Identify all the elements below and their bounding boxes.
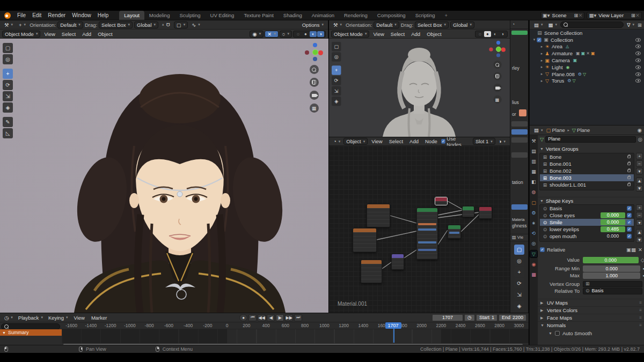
tab-particles[interactable]: ∗ [530,220,537,227]
tool-select-box[interactable]: ▢ [514,245,524,255]
remove-view-layer-icon[interactable]: ✕ [635,12,640,18]
tab-object[interactable]: ▢ [530,199,537,206]
field-fragment[interactable] [511,121,528,127]
options-dropdown[interactable]: Options [300,21,326,28]
jump-to-start-button[interactable]: ⏮ [248,314,257,321]
snap-target-dropdown[interactable]: ▢ [174,21,188,28]
camera-view-icon[interactable] [493,84,501,92]
add-menu[interactable]: Add [79,31,94,37]
lock-icon[interactable] [627,176,631,179]
expand-arrow-icon[interactable]: ▸ [539,65,544,69]
move-down-button[interactable]: ▼ [636,185,643,191]
ortho-grid-icon[interactable]: ▦ [310,104,319,113]
mode-dropdown[interactable]: Object Mode [331,31,369,38]
auto-keying-record-button[interactable]: ● [239,314,247,321]
material-preview-icon[interactable]: ◑ [496,138,508,145]
shape-key-row[interactable]: ⊙open mouth0.000✓ [540,233,634,240]
tool-transform[interactable]: ◈ [3,102,13,113]
shader-node[interactable] [479,206,492,219]
pan-hand-icon[interactable] [493,72,501,80]
tool-rotate[interactable]: ⟳ [514,278,524,289]
expand-arrow-icon[interactable]: ▾ [532,38,537,42]
field-fragment[interactable] [511,152,528,158]
active-tool-icon[interactable]: ⚒ [2,21,15,28]
shader-node[interactable] [391,254,404,270]
shape-key-row[interactable]: ⊙Basis✓ [540,205,634,212]
expand-arrow-icon[interactable]: ▸ [539,72,544,76]
data-icon[interactable]: ▣ [581,51,586,56]
unlink-scene-icon[interactable]: ✕ [579,12,583,18]
collapsed-viewport-header[interactable]: ▨ Vie [510,234,529,241]
axis-z-positive[interactable] [496,41,500,45]
max-field[interactable]: 1.000 [583,272,640,279]
shape-key-row[interactable]: ⊙Close eyes0.000✓ [540,212,634,219]
tool-transform[interactable]: ◈ [514,301,524,311]
lock-icon[interactable] [627,183,631,186]
node-socket-row[interactable] [418,223,436,225]
tab-shading[interactable]: Shading [279,11,307,20]
auto-smooth-checkbox[interactable] [555,331,560,336]
shape-key-value-slider[interactable]: 0.000 [601,212,625,218]
end-frame-field[interactable]: End2200 [499,314,526,321]
previous-keyframe-button[interactable]: ◀◀ [258,314,266,321]
remove-vertex-group-button[interactable]: − [636,160,643,167]
outliner-row-collection[interactable]: ▾ ✓ ▣ Collection [530,36,644,43]
tab-constraints[interactable]: ◎ [530,240,537,247]
axis-z-negative[interactable] [313,57,317,61]
select-menu[interactable]: Select [386,138,406,144]
playhead-frame-label[interactable]: 1707 [385,322,401,329]
camera-data-icon[interactable]: ▣ [573,58,577,63]
xray-toggle[interactable]: ○ [280,31,292,38]
tool-scale[interactable]: ⇲ [3,91,13,101]
vertex-group-row[interactable]: ⊞Bone.002 [540,167,634,174]
normals-section[interactable]: ▼Normals≡ [538,321,644,329]
drag-grip-icon[interactable]: ≡ [639,315,642,320]
tab-sculpting[interactable]: Sculpting [174,11,205,20]
zoom-icon[interactable] [493,61,501,69]
tool-cursor[interactable]: ◎ [3,54,13,64]
shader-node[interactable] [367,204,390,227]
shading-material-button[interactable]: ◐ [310,31,317,37]
mesh-data-icon[interactable]: ▽ [572,78,575,83]
shading-solid-button[interactable]: ● [302,31,309,37]
tool-annotate[interactable]: ✎ [3,117,13,127]
outliner-row-area[interactable]: ▸ ☀ Area ◬ [530,43,644,50]
mute-checkbox[interactable]: ✓ [627,213,632,218]
shader-node[interactable] [353,228,377,252]
filter-funnel-icon[interactable]: ∇ [625,21,636,28]
next-keyframe-button[interactable]: ▶▶ [285,314,293,321]
tab-layout[interactable]: Layout [119,11,144,20]
shader-type-dropdown[interactable]: Object [343,138,368,145]
outliner-row-torus[interactable]: ▸ ▽ Torus ⚙ ▽ [530,78,644,85]
viewport-canvas[interactable]: ▢ ◎ + ⟳ ⇲ ◈ ✎ ◺ [0,39,328,313]
clear-shape-keys-icon[interactable]: ✕ [638,247,642,253]
modifier-wrench-icon[interactable]: ⚙ [578,72,582,77]
vertex-colors-section[interactable]: ▶Vertex Colors≡ [538,306,644,314]
tool-scale[interactable]: ⇲ [332,86,341,95]
shape-key-specials-menu[interactable]: ▾ [636,219,643,226]
add-vertex-group-button[interactable]: + [636,153,643,159]
mute-checkbox[interactable]: ✓ [627,220,632,225]
use-preview-range-icon[interactable]: ◷ [464,314,475,321]
add-menu[interactable]: Add [408,31,423,37]
tab-render[interactable]: ▤ [530,147,537,154]
tool-scale[interactable]: ⇲ [514,290,524,300]
drag-grip-icon[interactable]: ≡ [639,300,642,305]
lock-icon[interactable] [627,156,631,158]
vertex-group-row[interactable]: ⊞Bone [540,153,634,160]
zoom-icon[interactable] [310,65,319,74]
vertex-group-specials-menu[interactable]: ▾ [636,168,643,174]
expand-arrow-icon[interactable]: ▸ [539,58,544,63]
pose-icon[interactable]: ▣ [576,51,580,56]
editor-type-clock-icon[interactable]: ◷ [2,314,15,321]
menu-window[interactable]: Window [69,11,94,20]
uv-maps-section[interactable]: ▶UV Maps≡ [538,299,644,306]
axis-y-positive[interactable] [312,49,318,55]
tool-select-box[interactable]: ▢ [332,42,341,51]
move-down-button[interactable]: ▼ [636,237,643,243]
expand-arrow-icon[interactable]: ▸ [539,45,544,49]
tab-view-layer[interactable]: ▦ [530,168,537,175]
vertex-group-field[interactable]: ⊞ [583,281,642,287]
node-socket-row[interactable] [449,232,459,234]
tab-material[interactable]: ◉ [530,261,537,268]
